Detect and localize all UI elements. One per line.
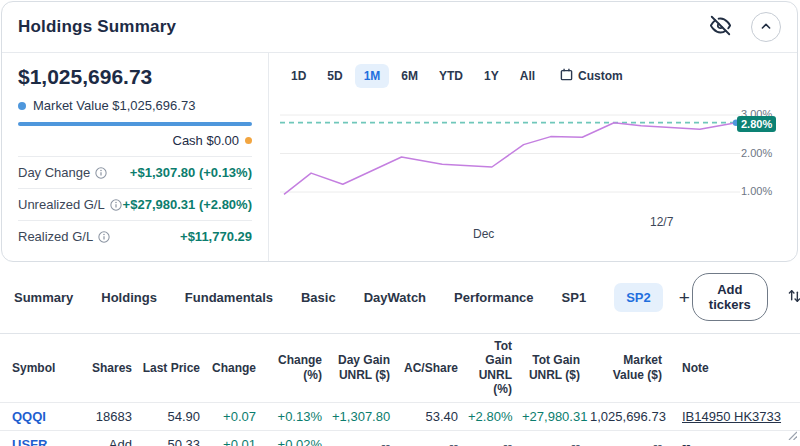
range-button-6m[interactable]: 6M — [392, 64, 427, 88]
total-account-value: $1,025,696.73 — [18, 65, 252, 89]
realized-gl-row: Realized G/L +$11,770.29 — [18, 220, 252, 252]
table-row: QQQI 18683 54.90 +0.07 +0.13% +1,307.80 … — [0, 402, 800, 430]
col-last-price: Last Price — [142, 334, 210, 403]
x-axis-tick: 12/7 — [650, 215, 673, 229]
day-gain-cell: -- — [332, 430, 400, 446]
range-button-all[interactable]: All — [511, 64, 544, 88]
tab-sp1[interactable]: SP1 — [562, 283, 587, 312]
unrealized-gl-value: +$27,980.31 (+2.80%) — [123, 197, 252, 212]
unrealized-gl-row: Unrealized G/L +$27,980.31 (+2.80%) — [18, 188, 252, 220]
range-button-1d[interactable]: 1D — [282, 64, 315, 88]
holdings-chart-svg — [280, 108, 740, 213]
tab-performance[interactable]: Performance — [454, 283, 533, 312]
tabs-toolbar: Add tickers — [692, 273, 800, 321]
col-change: Change — [210, 334, 266, 403]
shares-cell: 18683 — [90, 402, 142, 430]
tot-gain-cell: -- — [522, 430, 590, 446]
summary-stats: Day Change +$1,307.80 (+0.13%) Unrealize… — [18, 156, 252, 252]
cash-row: Cash $0.00 — [18, 133, 252, 148]
note-link[interactable]: -- — [682, 437, 691, 446]
page-title: Holdings Summary — [18, 17, 176, 37]
cash-dot-icon — [245, 137, 252, 144]
tot-gain-cell: +27,980.31 — [522, 402, 590, 430]
col-shares: Shares — [90, 334, 142, 403]
holdings-table: Symbol Shares Last Price Change Change (… — [0, 333, 800, 446]
change-cell: +0.01 — [210, 430, 266, 446]
col-day-gain: Day Gain UNRL ($) — [332, 334, 400, 403]
day-gain-cell: +1,307.80 — [332, 402, 400, 430]
col-market-value: Market Value ($) — [590, 334, 672, 403]
add-tickers-button[interactable]: Add tickers — [692, 273, 768, 321]
view-tabs: Summary Holdings Fundamentals Basic DayW… — [0, 278, 800, 316]
market-value-cell: -- — [590, 430, 672, 446]
symbol-link[interactable]: QQQI — [12, 409, 46, 424]
y-axis-tick: 1.00% — [741, 185, 772, 197]
card-body: $1,025,696.73 Market Value $1,025,696.73… — [2, 53, 797, 261]
x-axis-tick: Dec — [473, 227, 494, 241]
add-tab-button[interactable]: + — [677, 288, 692, 307]
info-icon[interactable] — [110, 199, 122, 211]
table-header-row: Symbol Shares Last Price Change Change (… — [0, 334, 800, 403]
tab-basic[interactable]: Basic — [301, 283, 336, 312]
col-ac-share: AC/Share — [400, 334, 468, 403]
cash-label: Cash $0.00 — [173, 133, 240, 148]
market-value-legend: Market Value $1,025,696.73 — [18, 98, 252, 113]
tab-daywatch[interactable]: DayWatch — [364, 283, 426, 312]
tab-sp2[interactable]: SP2 — [614, 283, 663, 312]
day-change-row: Day Change +$1,307.80 (+0.13%) — [18, 156, 252, 188]
range-button-1m[interactable]: 1M — [355, 64, 390, 88]
col-tot-gain: Tot Gain UNRL ($) — [522, 334, 590, 403]
market-value-label: Market Value $1,025,696.73 — [33, 98, 195, 113]
market-value-dot-icon — [18, 102, 26, 110]
holdings-summary-card: Holdings Summary — [1, 1, 798, 262]
y-axis-tick: 2.00% — [741, 147, 772, 159]
resize-handle[interactable] — [787, 426, 797, 444]
symbol-link[interactable]: USFR — [12, 437, 47, 446]
market-value-cell: 1,025,696.73 — [590, 402, 672, 430]
time-range-selector: 1D 5D 1M 6M YTD 1Y All — [282, 63, 632, 89]
range-button-ytd[interactable]: YTD — [430, 64, 472, 88]
day-change-label: Day Change — [18, 165, 90, 180]
holdings-widget: Holdings Summary — [0, 0, 800, 446]
range-button-5d[interactable]: 5D — [318, 64, 351, 88]
header-actions — [710, 12, 781, 42]
info-icon[interactable] — [98, 231, 110, 243]
change-pct-cell: +0.13% — [266, 402, 332, 430]
tot-gain-pct-cell: -- — [468, 430, 522, 446]
table-row: USFR Add 50.33 +0.01 +0.02% -- -- -- -- … — [0, 430, 800, 446]
change-cell: +0.07 — [210, 402, 266, 430]
sort-arrows-icon — [786, 287, 800, 308]
ac-share-cell: -- — [400, 430, 468, 446]
allocation-bar — [18, 122, 252, 126]
chart-panel: 1D 5D 1M 6M YTD 1Y All — [269, 53, 797, 261]
col-change-pct: Change (%) — [266, 334, 332, 403]
col-note: Note — [672, 334, 800, 403]
realized-gl-label: Realized G/L — [18, 229, 93, 244]
hide-values-button[interactable] — [710, 15, 731, 39]
last-price-cell: 54.90 — [142, 402, 210, 430]
info-icon[interactable] — [95, 167, 107, 179]
tab-fundamentals[interactable]: Fundamentals — [185, 283, 273, 312]
day-change-label-wrap: Day Change — [18, 165, 107, 180]
range-button-custom[interactable]: Custom — [551, 63, 632, 89]
tot-gain-pct-cell: +2.80% — [468, 402, 522, 430]
card-header: Holdings Summary — [2, 2, 797, 53]
col-symbol: Symbol — [0, 334, 90, 403]
eye-off-icon — [710, 15, 731, 39]
last-price-cell: 50.33 — [142, 430, 210, 446]
note-link[interactable]: IB14950 HK3733 — [682, 409, 781, 424]
calendar-icon — [560, 68, 573, 84]
ac-share-cell: 53.40 — [400, 402, 468, 430]
realized-gl-value: +$11,770.29 — [180, 229, 252, 244]
current-return-badge: 2.80% — [737, 116, 776, 132]
tab-holdings[interactable]: Holdings — [101, 283, 157, 312]
sort-button[interactable] — [786, 287, 800, 308]
col-tot-gain-pct: Tot Gain UNRL (%) — [468, 334, 522, 403]
add-shares-link[interactable]: Add — [109, 437, 132, 446]
change-pct-cell: +0.02% — [266, 430, 332, 446]
unrealized-gl-label: Unrealized G/L — [18, 197, 105, 212]
tab-summary[interactable]: Summary — [14, 283, 73, 312]
day-change-value: +$1,307.80 (+0.13%) — [130, 165, 252, 180]
collapse-panel-button[interactable] — [751, 12, 781, 42]
range-button-1y[interactable]: 1Y — [475, 64, 508, 88]
